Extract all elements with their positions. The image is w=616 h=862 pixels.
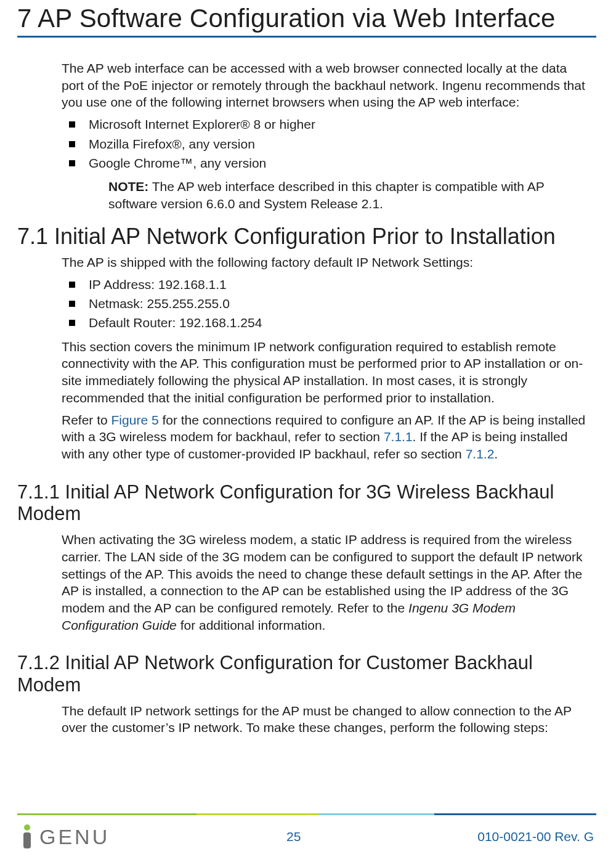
chapter-title: 7 AP Software Configuration via Web Inte…: [17, 0, 596, 33]
list-item: Mozilla Firefox®, any version: [85, 136, 590, 153]
list-item: Google Chrome™, any version: [85, 155, 590, 172]
xref-7-1-1[interactable]: 7.1.1: [384, 429, 413, 444]
ingenu-logo: GENU: [20, 824, 110, 850]
sec711-para: When activating the 3G wireless modem, a…: [62, 531, 590, 633]
note-paragraph: NOTE: The AP web interface described in …: [108, 178, 584, 212]
xref-7-1-2[interactable]: 7.1.2: [466, 447, 495, 461]
list-item: Microsoft Internet Explorer® 8 or higher: [85, 116, 590, 133]
intro-paragraph: The AP web interface can be accessed wit…: [62, 60, 590, 111]
list-item: IP Address: 192.168.1.1: [85, 276, 590, 293]
xref-figure-5[interactable]: Figure 5: [111, 413, 159, 427]
defaults-list: IP Address: 192.168.1.1 Netmask: 255.255…: [62, 276, 590, 332]
list-item: Default Router: 192.168.1.254: [85, 314, 590, 331]
svg-point-0: [24, 824, 30, 831]
browser-list: Microsoft Internet Explorer® 8 or higher…: [62, 116, 590, 172]
list-item: Netmask: 255.255.255.0: [85, 295, 590, 312]
sec71-para2: This section covers the minimum IP netwo…: [62, 338, 590, 407]
note-label: NOTE:: [108, 179, 148, 193]
p3-end: .: [494, 447, 498, 461]
section-7-1-heading: 7.1 Initial AP Network Configuration Pri…: [17, 224, 596, 249]
footer-rule: [17, 813, 596, 815]
note-text: The AP web interface described in this c…: [108, 179, 544, 211]
page-number: 25: [286, 829, 301, 844]
sec71-lead: The AP is shipped with the following fac…: [62, 254, 590, 271]
doc-id: 010-0021-00 Rev. G: [477, 829, 594, 844]
sec71-para3: Refer to Figure 5 for the connections re…: [62, 412, 590, 463]
section-7-1-1-heading: 7.1.1 Initial AP Network Configuration f…: [17, 481, 596, 525]
logo-mark-icon: [20, 824, 39, 850]
sec712-para: The default IP network settings for the …: [62, 702, 590, 736]
sec711-post: for additional information.: [177, 618, 326, 632]
p3-pre: Refer to: [62, 413, 111, 427]
section-7-1-2-heading: 7.1.2 Initial AP Network Configuration f…: [17, 652, 596, 696]
heading-rule: [17, 36, 596, 38]
svg-rect-1: [23, 832, 31, 848]
logo-text: GENU: [39, 825, 110, 849]
